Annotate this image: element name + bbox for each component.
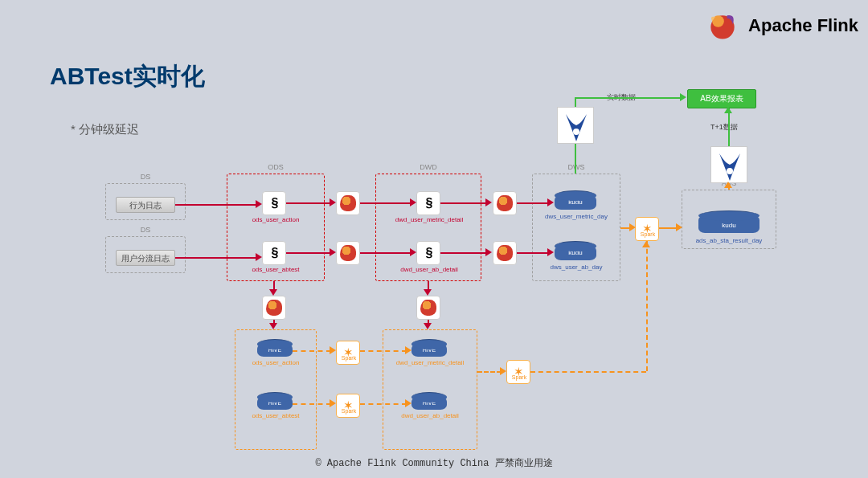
arrow: [424, 289, 432, 296]
edge: [293, 403, 331, 405]
arrow: [269, 323, 277, 329]
edge: [517, 202, 549, 204]
brand-name: Apache Flink: [748, 15, 858, 36]
impala-ads: [710, 146, 747, 183]
arrow: [330, 399, 336, 407]
arrow: [680, 93, 686, 101]
flink-mini-icon: [340, 195, 356, 211]
label-hive-dwd-ab: dwd_user_ab_detail: [387, 413, 473, 420]
group-ds-label-2: DS: [106, 226, 185, 234]
arrow: [724, 182, 732, 188]
label-spark-main: Spark: [633, 231, 662, 238]
cyl-kudu-2: kudu: [555, 246, 596, 260]
arrow: [330, 198, 336, 206]
flink-mini-icon: [266, 300, 282, 316]
label-dws-user-metric-day: dws_user_metric_day: [535, 214, 617, 221]
arrow: [405, 399, 411, 407]
ods-kafka-1: §: [262, 191, 286, 215]
footer-text: © Apache Flink Community China 严禁商业用途: [0, 456, 868, 470]
cyl-hive-dwd-1: HIVE: [411, 344, 447, 357]
arrow: [642, 241, 650, 247]
edge: [360, 403, 407, 405]
label-spark-2: Spark: [334, 408, 363, 415]
edge: [286, 252, 331, 254]
edge: [175, 204, 256, 206]
flink-op-1: [336, 191, 360, 215]
group-ds-label-1: DS: [106, 173, 185, 181]
flink-mini-icon: [420, 300, 436, 316]
dwd-kafka-2: §: [416, 241, 440, 265]
kafka-icon: §: [272, 246, 277, 260]
arrow: [676, 223, 682, 231]
arrow: [410, 248, 416, 256]
arrow: [500, 367, 506, 375]
arrow: [629, 223, 636, 231]
edge: [360, 202, 411, 204]
flink-op-2: [336, 241, 360, 265]
edge: [477, 371, 502, 373]
arrow: [724, 107, 732, 113]
edge: [360, 350, 407, 352]
svg-point-3: [727, 168, 733, 174]
kafka-icon: §: [272, 196, 277, 210]
group-ods-label: ODS: [227, 163, 324, 171]
impala-dws: [557, 107, 594, 144]
group-dws-label: DWS: [533, 163, 620, 171]
arrow: [485, 248, 492, 256]
arrow: [256, 200, 262, 208]
label-spark-3: Spark: [505, 374, 534, 381]
label-dwd-user-ab-detail: dwd_user_ab_detail: [387, 267, 471, 274]
label-ods-user-abtest: ods_user_abtest: [240, 267, 312, 274]
label-ods-user-action: ods_user_action: [240, 217, 312, 224]
flink-sink-ods: [262, 296, 286, 320]
kafka-icon: §: [426, 196, 432, 210]
edge: [175, 257, 256, 259]
edge: [575, 97, 681, 99]
svg-point-2: [573, 129, 579, 135]
label-hive-ods-abtest: ods_user_abtest: [238, 413, 313, 420]
label-ads-result: ads_ab_sta_result_day: [682, 238, 776, 245]
arrow: [410, 198, 416, 206]
flink-mini-icon: [497, 195, 513, 211]
arrow: [547, 248, 554, 256]
bullet-minute-latency: * 分钟级延迟: [71, 122, 139, 137]
arrow: [330, 248, 336, 256]
edge: [728, 108, 730, 146]
kafka-icon: §: [426, 246, 432, 260]
label-hive-dwd-metric: dwd_user_metric_detail: [384, 360, 476, 367]
flink-mini-icon: [497, 245, 513, 261]
arrow: [485, 198, 492, 206]
arrow: [269, 289, 277, 296]
edge: [646, 241, 648, 371]
cyl-ads-kudu: kudu: [698, 215, 760, 233]
label-dwd-user-metric-detail: dwd_user_metric_detail: [383, 217, 476, 224]
brand-header: Apache Flink: [705, 8, 858, 43]
label-hive-ods-action: ods_user_action: [238, 360, 313, 367]
flink-sink-dwd: [416, 296, 440, 320]
impala-icon: [558, 108, 595, 145]
edge: [517, 252, 549, 254]
arrow: [256, 253, 262, 261]
arrow: [405, 346, 411, 354]
arrow: [424, 323, 432, 329]
page-title: ABTest实时化: [50, 60, 205, 93]
dwd-kafka-1: §: [416, 191, 440, 215]
label-spark-1: Spark: [334, 355, 363, 362]
flink-mini-icon: [340, 245, 356, 261]
node-user-split-log: 用户分流日志: [116, 250, 175, 266]
impala-icon: [711, 147, 748, 184]
edge: [360, 252, 411, 254]
cyl-hive-dwd-2: HIVE: [411, 397, 447, 410]
edge: [440, 202, 487, 204]
node-ab-report: AB效果报表: [687, 89, 756, 108]
edge: [575, 144, 576, 174]
flink-op-3: [493, 191, 517, 215]
arrow: [547, 198, 554, 206]
edge: [286, 202, 331, 204]
group-dwd-label: DWD: [376, 163, 481, 171]
node-behavior-log: 行为日志: [116, 197, 175, 213]
edge: [530, 371, 646, 373]
label-t1-data: T+1数据: [710, 122, 738, 133]
edge: [293, 350, 331, 352]
flink-logo-icon: [705, 8, 740, 43]
